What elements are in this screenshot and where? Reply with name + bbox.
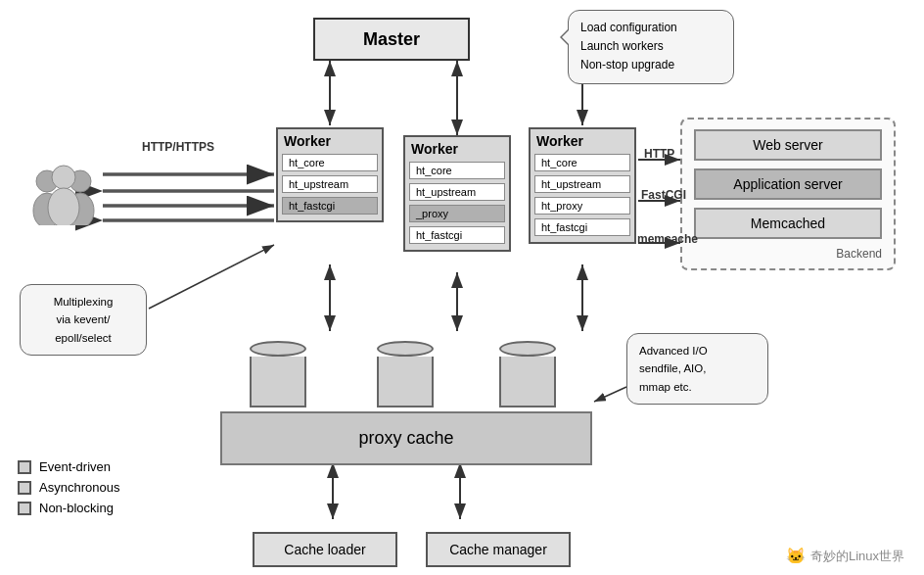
legend-square-eventdriven [18,460,31,474]
worker3-module-fastcgi: ht_fastcgi [534,218,630,236]
diagram-container: Master Load configuration Launch workers… [0,0,924,575]
adv-line3: mmap etc. [639,381,692,393]
worker2-module-fastcgi: ht_fastcgi [409,226,505,244]
watermark-icon: 🐱 [786,547,806,565]
worker1-module-upstream: ht_upstream [282,175,378,193]
legend-item-nonblocking: Non-blocking [18,501,119,515]
cylinder3 [499,341,556,407]
worker3: Worker ht_core ht_upstream ht_proxy ht_f… [529,127,636,244]
memcache-label: memcache [637,232,698,246]
http-label: HTTP [644,147,674,161]
backend-appserver: Application server [694,168,882,200]
cylinder2 [377,341,434,407]
backend-label: Backend [694,247,882,261]
worker3-title: Worker [534,133,630,149]
legend-label-async: Asynchronous [39,480,119,495]
master-bubble-line3: Non-stop upgrade [580,58,674,72]
worker1-module-core: ht_core [282,154,378,171]
legend-item-eventdriven: Event-driven [18,459,119,474]
master-label: Master [363,29,420,50]
worker3-module-proxy: ht_proxy [534,197,630,215]
backend-area: Web server Application server Memcached … [680,118,896,270]
adv-bubble: Advanced I/O sendfile, AIO, mmap etc. [626,333,768,405]
master-box: Master [313,18,470,61]
legend-square-nonblocking [18,502,31,515]
http-https-label: HTTP/HTTPS [142,140,214,154]
mux-bubble: Multiplexingvia kevent/epoll/select [20,284,147,356]
legend-label-nonblocking: Non-blocking [39,501,114,515]
worker1-module-fastcgi: ht_fastcgi [282,197,378,215]
master-bubble-line1: Load configuration [580,21,677,34]
svg-point-23 [52,166,75,189]
worker1: Worker ht_core ht_upstream ht_fastcgi [276,127,384,222]
worker3-module-core: ht_core [534,154,630,171]
svg-line-18 [594,387,626,402]
legend-square-async [18,481,31,495]
backend-memcached: Memcached [694,208,882,239]
worker3-module-upstream: ht_upstream [534,175,630,193]
watermark: 🐱 奇妙的Linux世界 [786,547,904,565]
cache-loader-box: Cache loader [253,532,397,567]
legend-item-async: Asynchronous [18,480,119,495]
worker2-module-upstream: ht_upstream [409,183,505,201]
legend: Event-driven Asynchronous Non-blocking [18,459,119,521]
backend-webserver: Web server [694,129,882,161]
proxy-cache-label: proxy cache [358,427,453,450]
legend-label-eventdriven: Event-driven [39,459,111,474]
cache-loader-label: Cache loader [284,542,365,557]
watermark-text: 奇妙的Linux世界 [810,548,904,565]
svg-point-24 [48,188,79,225]
svg-line-17 [149,245,274,309]
cache-manager-label: Cache manager [449,542,547,557]
master-bubble: Load configuration Launch workers Non-st… [568,10,734,84]
proxy-cache-box: proxy cache [220,411,592,465]
worker1-title: Worker [282,133,378,149]
cylinder1 [250,341,306,407]
worker2: Worker ht_core ht_upstream _proxy ht_fas… [403,135,511,252]
cache-manager-box: Cache manager [426,532,571,567]
worker2-title: Worker [409,141,505,157]
worker2-module-proxy: _proxy [409,205,505,222]
fastcgi-label: FastCGI [641,188,686,202]
mux-text: Multiplexingvia kevent/epoll/select [54,296,114,344]
master-bubble-line2: Launch workers [580,39,664,53]
user-icon [29,162,98,225]
worker2-module-core: ht_core [409,162,505,179]
adv-line1: Advanced I/O [639,345,708,357]
adv-line2: sendfile, AIO, [639,362,706,374]
